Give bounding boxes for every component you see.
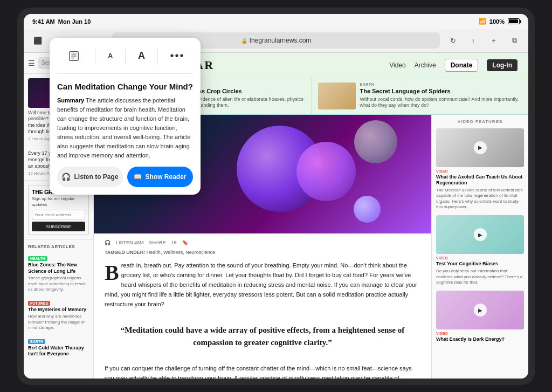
- play-button-0[interactable]: ▶: [474, 141, 487, 154]
- new-tab-button[interactable]: +: [486, 33, 501, 48]
- refresh-icon: ↻: [450, 37, 456, 45]
- related-item-2[interactable]: EARTH Brr! Cold Water Therapy Isn't for …: [28, 335, 89, 357]
- show-reader-label: Show Reader: [145, 173, 186, 181]
- listen-btn-label: Listen to Page: [74, 173, 118, 181]
- article-text-section: 🎧 LISTEN 46M SHARE 18 🔖 TAGGED UNDER: He…: [94, 233, 431, 379]
- status-bar: 9:41 AM Mon Jun 10 📶 100%: [24, 14, 528, 29]
- ipad-screen: 9:41 AM Mon Jun 10 📶 100% ⬛ ‹ › A: [24, 14, 528, 379]
- related-item-0[interactable]: HEALTH Blue Zones: The New Science of Lo…: [28, 252, 89, 293]
- battery-icon: [508, 18, 520, 24]
- related-title-2: Brr! Cold Water Therapy Isn't for Everyo…: [28, 345, 89, 357]
- sidebar-related: RELATED ARTICLES HEALTH Blue Zones: The …: [24, 240, 93, 366]
- tabs-icon: ⧉: [512, 36, 517, 45]
- article-body-p1: Breath in, breath out. Pay attention to …: [105, 260, 420, 310]
- related-item-1[interactable]: FUTURES The Mysteries of Memory How and …: [28, 297, 89, 331]
- reader-toolbar: A A •••: [57, 45, 193, 74]
- sphere-4: [354, 196, 381, 223]
- reader-summary-card: Can Meditation Change Your Mind? Summary…: [57, 81, 193, 161]
- related-tag-1: FUTURES: [28, 301, 50, 306]
- share-count: 18: [171, 240, 177, 245]
- right-sidebar: VIDEO FEATURES ▶ VIDEO What the Axolotl …: [431, 115, 528, 379]
- reader-popup: A A ••• Can Meditation Change Your Mind?…: [50, 38, 201, 195]
- toolbar-divider-1: [95, 48, 95, 64]
- reader-mode-button[interactable]: [61, 45, 87, 67]
- video-card-1[interactable]: ▶ VIDEO Test Your Cognitive Biases Do yo…: [436, 215, 524, 285]
- tags-label: TAGGED UNDER:: [105, 250, 145, 255]
- status-date: Mon Jun 10: [58, 18, 91, 25]
- battery-percent: 100%: [489, 18, 505, 25]
- video-card-0[interactable]: ▶ VIDEO What the Axolotl Can Teach Us Ab…: [436, 128, 524, 210]
- pull-quote: “Meditation could have a wide array of p…: [105, 315, 420, 357]
- more-options-button[interactable]: •••: [166, 47, 189, 64]
- hamburger-icon[interactable]: ☰: [28, 59, 35, 67]
- article-body-p2: If you can conquer the challenge of turn…: [105, 363, 420, 378]
- bookmark-icon[interactable]: 🔖: [182, 240, 188, 245]
- featured-thumb-1: [318, 82, 356, 109]
- lock-icon: 🔒: [241, 38, 247, 44]
- listen-to-page-button[interactable]: 🎧 Listen to Page: [57, 167, 123, 187]
- more-dots-icon: •••: [170, 50, 185, 62]
- font-small-label: A: [108, 52, 113, 60]
- sphere-3: [354, 120, 397, 163]
- related-tag-2: EARTH: [28, 339, 45, 344]
- video-tag-1: VIDEO: [436, 256, 524, 260]
- video-tag-0: VIDEO: [436, 169, 524, 173]
- sidebar-toggle-button[interactable]: ⬛: [30, 33, 45, 48]
- font-small-button[interactable]: A: [104, 50, 117, 62]
- featured-content-1: EARTH The Secret Language of Spiders Wit…: [360, 82, 522, 109]
- ipad-frame: 9:41 AM Mon Jun 10 📶 100% ⬛ ‹ › A: [17, 8, 535, 385]
- site-nav: Video Archive Donate Log-In: [389, 59, 518, 72]
- article-meta-bar: 🎧 LISTEN 46M SHARE 18 🔖: [105, 240, 420, 245]
- reader-icon: [65, 47, 82, 65]
- brand-sub: Sign up for our regular updates: [32, 196, 85, 208]
- related-title-1: The Mysteries of Memory: [28, 307, 89, 313]
- video-tag-2: VIDEO: [436, 332, 524, 335]
- video-thumb-2: ▶: [436, 291, 524, 329]
- article-tags-bar: TAGGED UNDER: Health, Wellness, Neurosci…: [105, 250, 420, 255]
- nav-login-button[interactable]: Log-In: [487, 59, 518, 71]
- related-desc-1: How and why are memories formed? Probing…: [28, 314, 89, 331]
- font-large-button[interactable]: A: [134, 48, 149, 64]
- featured-tag-1: EARTH: [360, 82, 522, 86]
- share-icon: ↑: [472, 37, 475, 45]
- book-icon: 📖: [134, 173, 142, 181]
- wifi-icon: 📶: [479, 18, 486, 25]
- email-input[interactable]: [32, 210, 85, 219]
- summary-text: The article discusses the potential bene…: [57, 97, 190, 159]
- nav-video[interactable]: Video: [389, 61, 405, 69]
- reader-actions: 🎧 Listen to Page 📖 Show Reader: [57, 167, 193, 187]
- nav-donate-button[interactable]: Donate: [445, 59, 479, 72]
- video-desc-1: Do you only seek out information that co…: [436, 269, 524, 285]
- toolbar-divider-2: [125, 48, 126, 64]
- subscribe-button[interactable]: SUBSCRIBE: [32, 222, 85, 231]
- related-tag-0: HEALTH: [28, 256, 47, 261]
- sphere-2: [296, 142, 356, 201]
- video-features-header: VIDEO FEATURES: [436, 119, 524, 124]
- summary-label: Summary: [57, 97, 84, 104]
- video-card-2[interactable]: ▶ VIDEO What Exactly is Dark Energy?: [436, 291, 524, 343]
- refresh-button[interactable]: ↻: [445, 33, 460, 48]
- headphone-icon: 🎧: [61, 173, 71, 181]
- related-desc-0: These geographical regions each have som…: [28, 276, 89, 292]
- article-tags: Health, Wellness, Neuroscience: [147, 250, 215, 255]
- tabs-button[interactable]: ⧉: [507, 33, 522, 48]
- popup-title: Can Meditation Change Your Mind?: [57, 81, 193, 92]
- related-title-0: Blue Zones: The New Science of Long Life: [28, 262, 89, 274]
- status-time: 9:41 AM: [32, 18, 55, 25]
- play-button-2[interactable]: ▶: [474, 304, 487, 317]
- play-button-1[interactable]: ▶: [474, 228, 487, 241]
- nav-archive[interactable]: Archive: [415, 61, 436, 69]
- video-thumb-1: ▶: [436, 215, 524, 254]
- related-header: RELATED ARTICLES: [28, 244, 89, 249]
- url-text: thegranularnews.com: [250, 37, 312, 44]
- show-reader-button[interactable]: 📖 Show Reader: [127, 167, 193, 187]
- video-title-0: What the Axolotl Can Teach Us About Rege…: [436, 174, 524, 187]
- featured-item-1[interactable]: EARTH The Secret Language of Spiders Wit…: [312, 78, 529, 114]
- status-bar-left: 9:41 AM Mon Jun 10: [32, 18, 91, 25]
- toolbar-divider-3: [157, 48, 158, 64]
- share-label[interactable]: SHARE: [149, 240, 166, 245]
- status-bar-right: 📶 100%: [479, 18, 520, 25]
- video-thumb-0: ▶: [436, 128, 524, 167]
- share-button[interactable]: ↑: [466, 33, 481, 48]
- video-title-2: What Exactly is Dark Energy?: [436, 336, 524, 343]
